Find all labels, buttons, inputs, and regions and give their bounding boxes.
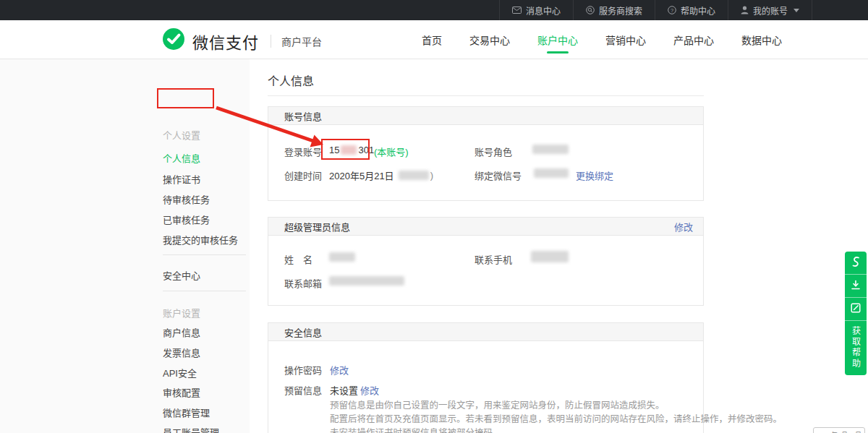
sidebar-item-my-submitted-tasks[interactable]: 我提交的审核任务: [163, 233, 238, 246]
topbar-menu: 消息中心 服务商搜索 ? 帮助中心 我的账号: [499, 0, 812, 20]
security-info-title: 安全信息: [284, 325, 322, 339]
brand-divider: [271, 35, 271, 48]
redacted-created-time: [399, 171, 429, 180]
admin-edit-link[interactable]: 修改: [674, 220, 693, 233]
created-tail: ): [430, 170, 433, 181]
wechat-pay-logo-icon: [161, 27, 187, 56]
help-center-label: 帮助中心: [681, 4, 715, 17]
sidebar-item-reviewed-tasks[interactable]: 已审核任务: [163, 213, 210, 226]
sidebar: 个人设置 个人信息 操作证书 待审核任务 已审核任务 我提交的审核任务 安全中心…: [0, 59, 250, 433]
admin-info-panel: 超级管理员信息 修改 姓 名 联系手机 联系邮箱: [268, 217, 704, 306]
nav-product-center[interactable]: 产品中心: [673, 20, 714, 59]
download-button[interactable]: [845, 275, 867, 298]
reserved-info-label: 预留信息: [284, 383, 322, 397]
operation-password-label: 操作密码: [284, 363, 322, 377]
redacted-role: [532, 145, 569, 154]
created-time-label: 创建时间: [284, 168, 322, 182]
redacted-login-middle: [341, 145, 357, 155]
sidebar-section-account-settings: 账户设置: [163, 306, 200, 320]
title-divider: [268, 95, 704, 96]
sidebar-item-wechat-group[interactable]: 微信群管理: [163, 406, 210, 419]
get-help-button[interactable]: 获取帮助: [845, 321, 867, 375]
help-center-item[interactable]: ? 帮助中心: [655, 0, 728, 20]
floating-help-widget: 获取帮助: [845, 252, 867, 375]
sidebar-item-staff-account[interactable]: 员工账号管理: [163, 425, 219, 433]
security-info-panel: 安全信息 操作密码 修改 预留信息 未设置 修改 预留信息是由你自己设置的一段文…: [268, 322, 704, 433]
main-nav: 首页 交易中心 账户中心 营销中心 产品中心 数据中心: [422, 20, 809, 59]
search-icon: [586, 6, 595, 14]
brand-logo-group[interactable]: 微信支付 商户平台: [161, 27, 322, 56]
account-info-title: 账号信息: [284, 109, 322, 123]
header: 微信支付 商户平台 首页 交易中心 账户中心 营销中心 产品中心 数据中心: [0, 20, 868, 59]
description-line: 预留信息是由你自己设置的一段文字，用来鉴定网站身份，防止假冒网站造成损失。: [330, 399, 782, 413]
login-account-suffix: 301: [358, 145, 374, 155]
security-info-panel-header: 安全信息: [268, 323, 703, 341]
sidebar-divider: [163, 291, 246, 291]
mail-icon: [512, 7, 522, 14]
sidebar-item-review-config[interactable]: 审核配置: [163, 385, 200, 399]
sp-search-label: 服务商搜索: [599, 4, 642, 17]
feedback-button[interactable]: [845, 298, 867, 321]
login-account-prefix: 15: [329, 145, 339, 155]
sidebar-section-personal-settings: 个人设置: [163, 128, 200, 142]
redacted-email: [329, 276, 404, 286]
reserved-info-description: 预留信息是由你自己设置的一段文字，用来鉴定网站身份，防止假冒网站造成损失。 配置…: [330, 399, 782, 433]
download-icon: [851, 280, 861, 293]
description-line: 配置后将在首页及充值页面显示。若未看到预留信息，表明当前访问的网站存在风险，请终…: [330, 413, 782, 426]
nav-marketing-center[interactable]: 营销中心: [605, 20, 646, 59]
my-account-item[interactable]: 我的账号: [728, 0, 812, 20]
admin-info-panel-header: 超级管理员信息 修改: [268, 218, 703, 236]
sp-search-item[interactable]: 服务商搜索: [573, 0, 655, 20]
contact-email-label: 联系邮箱: [284, 276, 322, 290]
edit-icon: [851, 303, 861, 316]
nav-data-center[interactable]: 数据中心: [741, 20, 782, 59]
topbar: 消息中心 服务商搜索 ? 帮助中心 我的账号: [0, 0, 868, 20]
current-account-tag: (本账号): [374, 145, 409, 158]
bound-wechat-value: [534, 168, 569, 178]
portal-name: 商户平台: [281, 34, 322, 48]
admin-name-value: [329, 252, 355, 262]
admin-info-title: 超级管理员信息: [284, 220, 350, 233]
login-account-label: 登录账号: [284, 145, 322, 158]
created-time-value: 2020年5月21日 ): [329, 168, 433, 182]
nav-account-center[interactable]: 账户中心: [537, 20, 578, 59]
sidebar-item-api-security[interactable]: API安全: [163, 366, 197, 380]
sidebar-item-merchant-info[interactable]: 商户信息: [163, 325, 200, 339]
sidebar-item-operation-cert[interactable]: 操作证书: [163, 172, 200, 186]
user-icon: [741, 6, 749, 14]
redacted-admin-name: [329, 252, 355, 262]
my-account-label: 我的账号: [753, 4, 788, 17]
sidebar-item-pending-tasks[interactable]: 待审核任务: [163, 192, 210, 206]
description-line: 未安装操作证书时预留信息将被部分掩码。: [330, 426, 782, 433]
sidebar-item-invoice-info[interactable]: 发票信息: [163, 346, 200, 359]
contact-phone-label: 联系手机: [475, 252, 512, 266]
sidebar-item-personal-info[interactable]: 个人信息: [163, 151, 200, 165]
rebind-link[interactable]: 更换绑定: [576, 168, 613, 182]
account-info-panel: 账号信息 登录账号 15 301 (本账号) 账号角色 创建时间 2020年5月…: [268, 106, 704, 201]
brand-name: 微信支付: [192, 30, 259, 53]
operation-password-edit-link[interactable]: 修改: [330, 363, 349, 377]
nav-home[interactable]: 首页: [422, 20, 442, 59]
account-info-panel-header: 账号信息: [268, 107, 703, 125]
page-title: 个人信息: [268, 72, 314, 89]
reserved-info-value: 未设置: [330, 383, 358, 397]
account-role-value: [532, 145, 569, 154]
date-tooltip: 2020年5月22日: [813, 427, 865, 433]
bound-wechat-label: 绑定微信号: [475, 168, 522, 182]
redacted-phone: [531, 251, 569, 262]
account-role-label: 账号角色: [475, 145, 512, 158]
message-center-item[interactable]: 消息中心: [499, 0, 573, 20]
admin-name-label: 姓 名: [284, 252, 312, 266]
sidebar-divider: [163, 254, 246, 255]
get-help-label: 获取帮助: [850, 326, 862, 369]
help-icon: ?: [668, 6, 676, 14]
sidebar-item-security-center[interactable]: 安全中心: [163, 268, 200, 282]
svg-text:?: ?: [671, 7, 673, 14]
redacted-wechat-id: [534, 168, 569, 178]
contact-phone-value: [531, 251, 569, 262]
nav-trade-center[interactable]: 交易中心: [469, 20, 510, 59]
reserved-info-edit-link[interactable]: 修改: [360, 383, 379, 397]
chevron-down-icon: [793, 9, 799, 12]
login-account-value: 15 301: [329, 145, 374, 155]
quick-link-button[interactable]: [845, 252, 867, 275]
